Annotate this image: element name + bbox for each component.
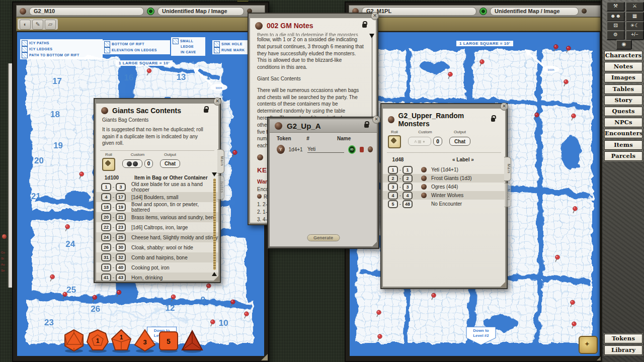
table-link-icon[interactable] [101,107,108,114]
sidebar-item-images[interactable]: Images [604,73,642,82]
monster-token[interactable]: Y [277,145,285,154]
id-badge-icon[interactable] [479,8,487,15]
generate-button[interactable]: Generate [307,234,340,241]
link-icon[interactable] [257,194,262,199]
map-type-field[interactable]: Unidentified Map / Image [157,7,244,16]
sidebar-item-library[interactable]: Library [604,345,642,355]
encounter-link-icon[interactable] [275,122,282,130]
sidebar-item-npcs[interactable]: NPCs [604,118,642,127]
modifier-counter[interactable]: 0 [144,159,153,168]
table-row[interactable]: 24-25Cheese hard, Slightly moldy and sti… [96,232,218,242]
map-title-input[interactable]: G2_M10 [29,7,144,16]
table-row[interactable]: 1-1Yeti (1d4+1) [383,165,505,174]
chat-output-button[interactable]: Chat [160,159,180,168]
table-row[interactable]: 2-2Frost Giants (1d3) [383,174,505,183]
table-row[interactable]: 41-43Horn, drinking [96,273,218,281]
tab-notes[interactable]: Notes [217,175,224,200]
media-icon[interactable]: ⚄ [606,21,625,31]
close-icon[interactable]: ✕ [213,98,221,106]
resize-grip[interactable] [371,241,378,247]
lock-icon[interactable] [204,109,208,113]
table-row[interactable]: 4-17[1d4] Boulders, small [96,192,218,202]
table-row[interactable]: 4-4Winter Wolves [383,191,505,200]
tools-icon[interactable]: ⚒ [606,2,625,12]
table-row[interactable]: 1-3Old axe blade for use as a hand chopp… [96,182,218,192]
modifier-counter[interactable]: 0 [433,137,442,146]
token-icon[interactable]: ◉ [616,40,632,50]
resize-grip[interactable] [500,281,506,288]
die-d10-icon[interactable]: 1 [110,329,133,353]
table-row[interactable]: 20-21Brass items, various and sundry, be… [96,212,218,222]
table-row[interactable]: 18-19Bowl and spoon, tin or pewter, batt… [96,202,218,212]
table-row[interactable]: 22-23[1d6] Caltrops, iron, large [96,222,218,232]
chat-output-button[interactable]: Chat [449,137,470,146]
resize-grip[interactable] [213,275,219,282]
resize-grip[interactable] [261,354,268,360]
window-link-icon[interactable] [20,8,26,15]
die-d20-icon[interactable] [62,329,86,353]
tab-notes[interactable]: Notes [504,183,511,207]
die-roll-icon[interactable] [582,9,587,14]
die-d4-icon[interactable] [181,329,204,353]
scroll-thumb[interactable] [369,34,374,38]
tab-main[interactable]: Main [504,157,511,181]
table-row[interactable]: 5-48No Encounter [383,200,505,208]
scroll-up-icon[interactable] [212,172,217,176]
sidebar-item-encounters[interactable]: Encounters [604,129,642,138]
mask-tool-icon[interactable]: ◐ [20,20,31,30]
link-icon[interactable] [421,167,427,172]
roll-die-button[interactable] [388,135,401,148]
table-row[interactable]: 31-32Comb and hairpins, bone [96,252,218,262]
map-pin[interactable] [554,45,558,51]
tab-main[interactable]: Main [217,149,224,173]
link-icon[interactable] [421,193,427,198]
swords-icon[interactable]: ⚔ [625,2,644,12]
table-link-icon[interactable] [388,116,394,123]
die-d6-icon[interactable]: 5 [157,329,180,353]
id-badge-icon[interactable] [147,8,154,15]
lock-icon[interactable] [491,118,495,122]
lock-icon[interactable] [364,124,369,128]
close-icon[interactable]: ✕ [500,103,508,111]
people-icon[interactable]: ☻☻ [606,12,625,22]
eraser-tool-icon[interactable]: ▱ [45,20,56,30]
monster-count[interactable]: 1d4+1 [289,147,303,152]
light-icon[interactable]: ☀☾ [625,21,644,31]
sidebar-item-notes[interactable]: Notes [604,62,642,71]
gear-icon[interactable]: ⚙ [606,30,625,40]
encounter-row[interactable]: Y 1d4+1 Yeti ID [270,143,377,154]
pan-button[interactable] [579,336,598,354]
map-title-input[interactable]: G2_M1PL [362,7,476,16]
sidebar-item-story[interactable]: Story [604,96,642,105]
table-row[interactable]: 26-30Cloak, shabby: wool or hide [96,242,218,252]
die-d12-icon[interactable]: 1 [86,329,109,353]
table-row[interactable]: 3-3Ogres (4d4) [383,183,505,191]
id-badge-icon[interactable]: ID [348,145,356,154]
map-type-field[interactable]: Unidentified Map / Image [490,7,579,16]
sidebar-item-items[interactable]: Items [604,140,642,150]
sidebar-item-tokens[interactable]: Tokens [604,334,642,343]
map-pin[interactable] [232,150,237,157]
pencil-tool-icon[interactable]: ✎ [32,20,43,30]
link-icon[interactable] [421,184,427,190]
close-icon[interactable]: ✕ [371,12,379,20]
sidebar-item-characters[interactable]: Characters [604,51,642,60]
sidebar-item-parcels[interactable]: Parcels [604,151,642,161]
record-link-icon[interactable] [368,146,373,152]
close-icon[interactable]: ✕ [372,116,380,124]
die-d8-icon[interactable]: 3 [133,329,156,353]
scrollbar[interactable] [213,178,216,270]
note-link-icon[interactable] [255,22,263,30]
lock-icon[interactable] [362,24,367,28]
link-icon[interactable] [421,175,427,181]
faction-icon[interactable] [360,147,364,152]
calendar-icon[interactable]: ▦ [625,12,644,22]
roll-die-button[interactable] [102,158,115,171]
custom-dice-box[interactable] [122,159,142,168]
monster-name-field[interactable]: Yeti [307,146,344,153]
sidebar-item-tables[interactable]: Tables [604,84,642,94]
plusminus-icon[interactable]: +/− [625,30,644,40]
table-link-icon[interactable] [257,154,263,160]
map-pin[interactable] [117,290,121,297]
sidebar-item-quests[interactable]: Quests [604,107,642,116]
